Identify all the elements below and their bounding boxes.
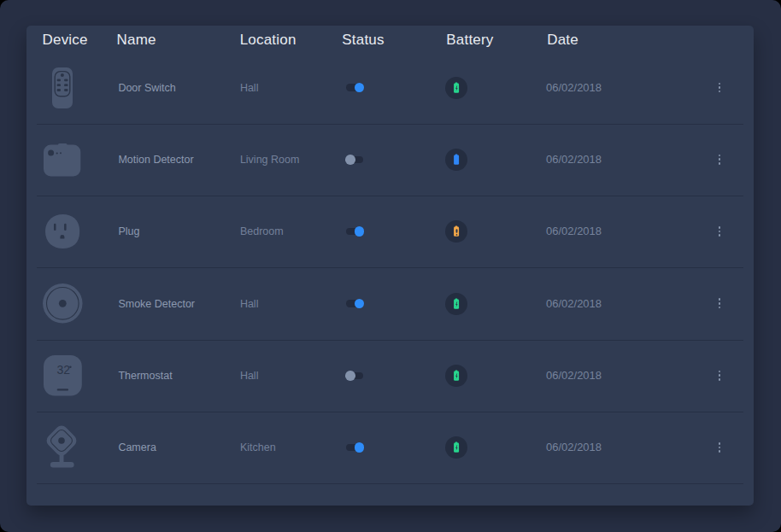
svg-text:32: 32 <box>56 363 70 377</box>
